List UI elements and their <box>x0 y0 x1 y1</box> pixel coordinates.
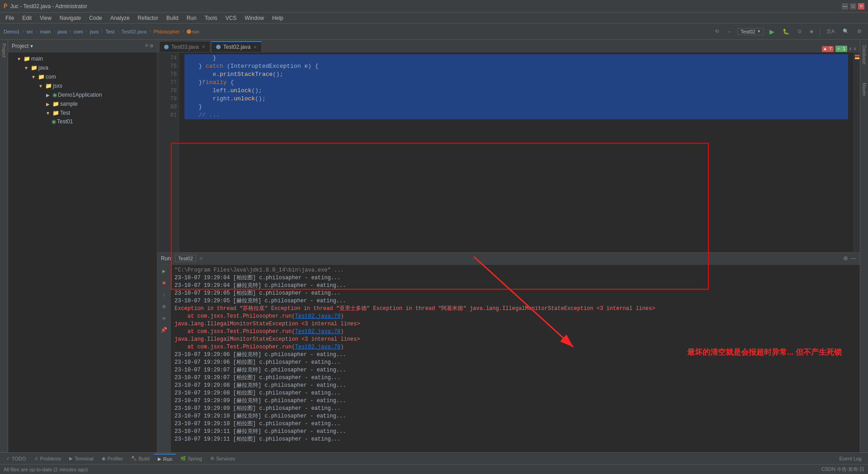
project-panel: Project ▾ ≡ ⚙ ▼ 📁 main ▼ 📁 java <box>8 40 157 452</box>
maximize-button[interactable]: □ <box>850 3 856 9</box>
pin-tab-btn[interactable]: 📌 <box>159 325 169 335</box>
tree-item-demo1app[interactable]: ▶ ◉ Demo1Application <box>8 90 157 99</box>
folder-expand-java-icon: ▼ <box>23 64 30 71</box>
menu-bar: File Edit View Navigate Code Analyze Ref… <box>0 13 868 23</box>
link-test02-79[interactable]: Test02.java:79 <box>295 313 340 319</box>
soft-wrap-btn[interactable]: ⇌ <box>159 314 169 324</box>
tab-test02[interactable]: Test02.java ✕ <box>211 41 262 52</box>
tab-test03-close[interactable]: ✕ <box>202 44 205 49</box>
settings-btn-2[interactable]: ⚙ <box>159 302 169 312</box>
run-action-bar: ▶ ■ ↓ ⚙ ⇌ 📌 <box>157 265 171 453</box>
status-right: CSDN 今告·发布·日 <box>821 466 864 473</box>
tree-item-main[interactable]: ▼ 📁 main <box>8 54 157 63</box>
close-button[interactable]: ✕ <box>858 3 864 9</box>
tree-item-test01[interactable]: ◉ Test01 <box>8 117 157 126</box>
tree-item-test[interactable]: ▼ 📁 Test <box>8 108 157 117</box>
minimize-button[interactable]: — <box>842 3 848 9</box>
menu-help[interactable]: Help <box>269 14 287 22</box>
rerun-button[interactable]: ▶ <box>159 267 169 277</box>
toolbar-project[interactable]: Demo1 <box>4 29 19 34</box>
scroll-to-end-btn[interactable]: ↓ <box>159 290 169 300</box>
build-tab[interactable]: 🔨 Build <box>127 454 153 464</box>
run-tab-close-btn[interactable]: ✕ <box>199 256 203 262</box>
toolbar-test[interactable]: Test <box>105 29 114 34</box>
project-settings-btn[interactable]: ⚙ <box>150 42 153 49</box>
menu-view[interactable]: View <box>36 14 55 22</box>
console-line-12: 23-10-07 19:29:09 [柏拉图] c.philosapher - … <box>175 405 856 413</box>
menu-build[interactable]: Build <box>163 14 182 22</box>
settings-button[interactable]: ⚙ <box>854 28 864 35</box>
tree-item-java[interactable]: ▼ 📁 java <box>8 63 157 72</box>
toolbar-src[interactable]: src <box>27 29 33 34</box>
console-line-11: 23-10-07 19:29:09 [赫拉克特] c.philosapher -… <box>175 397 856 405</box>
tab-test02-close[interactable]: ✕ <box>253 45 257 50</box>
project-title: Project ▾ <box>12 43 33 49</box>
terminal-label: Terminal <box>75 456 94 461</box>
gutter-arrow-down[interactable]: ∨ <box>854 46 856 52</box>
tab-test02-label: Test02.java <box>223 44 251 50</box>
menu-navigate[interactable]: Navigate <box>56 14 85 22</box>
spring-label: Spring <box>188 456 202 461</box>
toolbar-philosopher[interactable]: Philosopher <box>153 29 179 34</box>
code-line-81: // ... <box>184 111 848 119</box>
maven-tab[interactable]: Maven <box>861 81 868 98</box>
tree-item-jsxs[interactable]: ▼ 📁 jsxs <box>8 81 157 90</box>
link-test02-78b[interactable]: Test02.java:78 <box>295 344 340 350</box>
console-line-3: 23-10-07 19:29:05 [柏拉图] c.philosapher - … <box>175 290 856 297</box>
terminal-tab[interactable]: ▶ Terminal <box>66 454 97 464</box>
toolbar-run[interactable]: run <box>187 29 199 34</box>
console-line-9: 23-10-07 19:29:08 [赫拉克特] c.philosapher -… <box>175 382 856 390</box>
title-bar: P Juc - Test02.java - Administrator — □ … <box>0 0 868 13</box>
database-tab[interactable]: Database <box>861 43 868 66</box>
run-tab-label[interactable]: Test02 <box>175 255 196 262</box>
menu-analyze[interactable]: Analyze <box>107 14 133 22</box>
run-bottom-tab[interactable]: ▶ Run <box>154 454 176 464</box>
problems-label: Problems <box>40 456 61 461</box>
menu-window[interactable]: Window <box>241 14 268 22</box>
search-button[interactable]: 🔍 <box>840 28 852 35</box>
services-tab[interactable]: ⚙ Services <box>207 454 239 464</box>
problems-tab[interactable]: ⚠ Problems <box>31 454 65 464</box>
coverage-button[interactable]: ⊙ <box>795 28 804 35</box>
toolbar-main[interactable]: main <box>40 29 51 34</box>
vcs-update-button[interactable]: ⟲ <box>712 28 722 35</box>
code-line-76: e.printStackTrace(); <box>184 70 848 79</box>
menu-code[interactable]: Code <box>85 14 106 22</box>
event-log-tab[interactable]: Event Log <box>835 454 865 464</box>
run-collapse-btn[interactable]: — <box>851 255 856 262</box>
menu-vcs[interactable]: VCS <box>222 14 241 22</box>
run-button[interactable]: ▶ <box>767 27 777 36</box>
link-test02-78a[interactable]: Test02.java:78 <box>295 329 340 335</box>
navigate-back-button[interactable]: ← <box>724 28 735 35</box>
tab-test03[interactable]: Test03.java ✕ <box>159 41 210 52</box>
run-settings-btn[interactable]: ⚙ <box>843 255 848 262</box>
todo-tab[interactable]: ✓ TODO <box>3 454 30 464</box>
profiler-tab[interactable]: ◉ Profiler <box>98 454 127 464</box>
event-log-label: Event Log <box>839 456 862 461</box>
toolbar-java[interactable]: java <box>58 29 67 34</box>
menu-edit[interactable]: Edit <box>19 14 35 22</box>
tree-item-sample[interactable]: ▶ 📁 sample <box>8 99 157 108</box>
debug-button[interactable]: 🐛 <box>780 28 792 36</box>
folder-expand-jsxs-icon: ▼ <box>37 82 44 89</box>
menu-refactor[interactable]: Refactor <box>134 14 162 22</box>
menu-tools[interactable]: Tools <box>201 14 221 22</box>
stop-button[interactable]: ■ <box>159 278 169 288</box>
menu-file[interactable]: File <box>2 14 18 22</box>
toolbar-jsxs[interactable]: jsxs <box>90 29 99 34</box>
console-line-5: 23-10-07 19:29:06 [赫拉克特] c.philosapher -… <box>175 351 856 359</box>
menu-run[interactable]: Run <box>183 14 200 22</box>
spring-tab[interactable]: 🌿 Spring <box>177 454 206 464</box>
translate-button[interactable]: 文A <box>824 27 837 36</box>
profile-button[interactable]: ◈ <box>807 28 816 35</box>
project-collapse-all-btn[interactable]: ≡ <box>145 42 148 49</box>
toolbar-com[interactable]: com <box>74 29 83 34</box>
console-line-14: 23-10-07 19:29:10 [柏拉图] c.philosapher - … <box>175 420 856 428</box>
tree-label-test01: Test01 <box>57 118 73 125</box>
project-tab[interactable]: Project <box>0 42 7 59</box>
run-config-selector[interactable]: Test02 ▼ <box>737 28 764 35</box>
gutter-arrow-up[interactable]: ∧ <box>849 46 852 52</box>
tree-item-com[interactable]: ▼ 📁 com <box>8 72 157 81</box>
toolbar-test02[interactable]: Test02.java <box>122 29 147 34</box>
console-line-8: 23-10-07 19:29:07 [柏拉图] c.philosapher - … <box>175 374 856 382</box>
